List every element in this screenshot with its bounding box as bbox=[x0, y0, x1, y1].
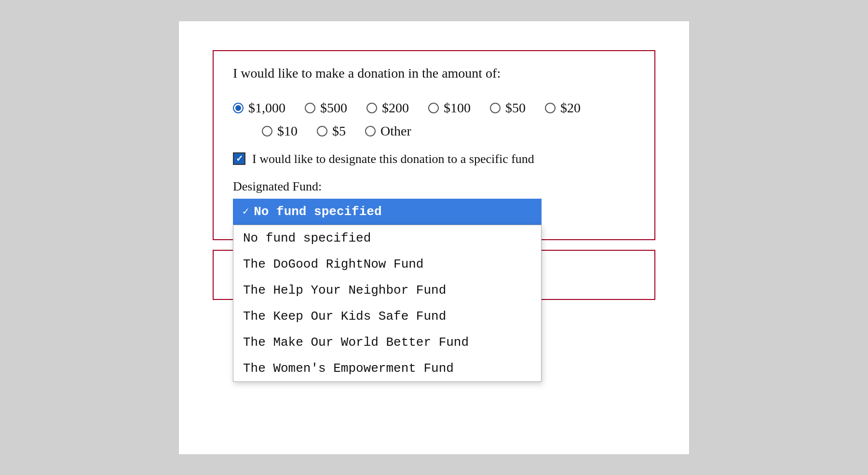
amount-label-5: $5 bbox=[332, 123, 346, 139]
amount-option-20[interactable]: $20 bbox=[545, 100, 581, 116]
designate-row: I would like to designate this donation … bbox=[233, 150, 635, 168]
designate-label: I would like to designate this donation … bbox=[252, 150, 534, 168]
amount-option-500[interactable]: $500 bbox=[305, 100, 347, 116]
amount-option-5[interactable]: $5 bbox=[317, 123, 346, 139]
dropdown-selected-label: No fund specified bbox=[254, 204, 381, 219]
radio-other[interactable] bbox=[365, 126, 376, 136]
designated-fund-dropdown[interactable]: ✓ No fund specified No fund specified Th… bbox=[233, 199, 542, 225]
amount-label-10: $10 bbox=[277, 123, 298, 139]
dropdown-item-dogood[interactable]: The DoGood RightNow Fund bbox=[233, 251, 541, 277]
amount-label-500: $500 bbox=[320, 100, 347, 116]
dropdown-checkmark-icon: ✓ bbox=[243, 205, 249, 218]
page-wrapper: I would like to make a donation in the a… bbox=[178, 21, 690, 455]
radio-5[interactable] bbox=[317, 126, 327, 136]
radio-1000[interactable] bbox=[233, 103, 244, 113]
dropdown-item-women[interactable]: The Women's Empowerment Fund bbox=[233, 355, 541, 381]
amount-option-200[interactable]: $200 bbox=[366, 100, 409, 116]
dropdown-list: No fund specified The DoGood RightNow Fu… bbox=[233, 225, 542, 382]
amount-option-50[interactable]: $50 bbox=[490, 100, 526, 116]
designated-fund-label: Designated Fund: bbox=[233, 179, 635, 194]
amount-option-10[interactable]: $10 bbox=[262, 123, 298, 139]
dropdown-item-world[interactable]: The Make Our World Better Fund bbox=[233, 329, 541, 355]
radio-10[interactable] bbox=[262, 126, 272, 136]
designate-checkbox[interactable] bbox=[233, 152, 245, 165]
dropdown-selected-option[interactable]: ✓ No fund specified bbox=[233, 199, 542, 225]
dropdown-item-no-fund[interactable]: No fund specified bbox=[233, 225, 541, 251]
amount-row-1: $1,000 $500 $200 $100 $50 $20 bbox=[233, 100, 635, 116]
amount-option-other[interactable]: Other bbox=[365, 123, 411, 139]
radio-100[interactable] bbox=[428, 103, 439, 113]
dropdown-item-neighbor[interactable]: The Help Your Neighbor Fund bbox=[233, 277, 541, 303]
radio-50[interactable] bbox=[490, 103, 501, 113]
dropdown-item-kids[interactable]: The Keep Our Kids Safe Fund bbox=[233, 303, 541, 329]
amount-label-50: $50 bbox=[505, 100, 526, 116]
amount-label-20: $20 bbox=[560, 100, 581, 116]
amount-row-2: $10 $5 Other bbox=[233, 123, 635, 139]
amount-label-1000: $1,000 bbox=[248, 100, 285, 116]
donation-section: I would like to make a donation in the a… bbox=[213, 50, 655, 240]
amount-label-other: Other bbox=[380, 123, 411, 139]
amount-label-200: $200 bbox=[382, 100, 409, 116]
donation-question: I would like to make a donation in the a… bbox=[233, 66, 635, 81]
radio-20[interactable] bbox=[545, 103, 556, 113]
amount-label-100: $100 bbox=[444, 100, 471, 116]
amount-option-100[interactable]: $100 bbox=[428, 100, 471, 116]
radio-200[interactable] bbox=[366, 103, 377, 113]
radio-500[interactable] bbox=[305, 103, 315, 113]
amount-option-1000[interactable]: $1,000 bbox=[233, 100, 285, 116]
